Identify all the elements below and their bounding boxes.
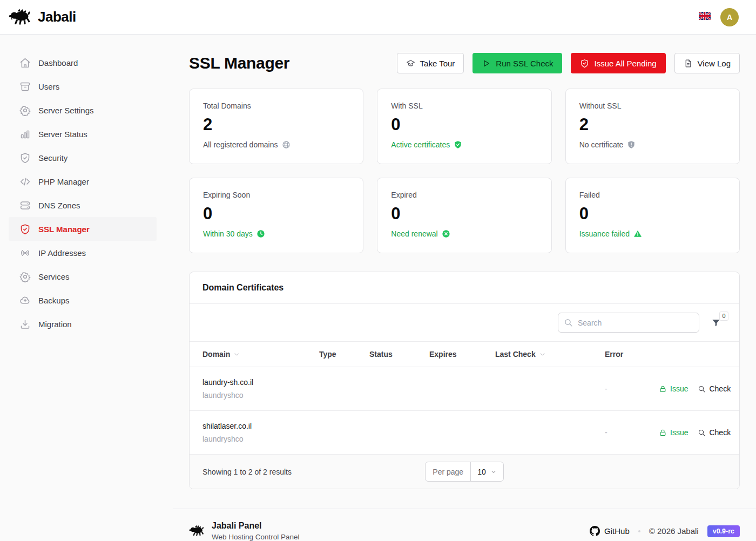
sidebar-item-server-status[interactable]: Server Status — [9, 122, 157, 146]
domain-owner: laundryshco — [202, 435, 319, 443]
gear-icon — [19, 271, 31, 282]
stat-card-total-domains: Total Domains 2 All registered domains — [189, 89, 363, 164]
page-title: SSL Manager — [189, 54, 289, 72]
stat-value: 2 — [579, 115, 726, 134]
stat-value: 0 — [203, 204, 349, 224]
sidebar-item-dashboard[interactable]: Dashboard — [9, 51, 157, 75]
user-avatar[interactable]: A — [720, 8, 739, 26]
stat-subtitle: All registered domains — [203, 140, 278, 149]
boar-logo-icon — [9, 8, 32, 27]
stat-label: Expiring Soon — [203, 191, 349, 199]
stat-label: Failed — [579, 191, 726, 199]
check-action[interactable]: Check — [698, 428, 731, 437]
sidebar-item-label: Migration — [38, 320, 72, 329]
stat-label: Without SSL — [579, 102, 726, 110]
sidebar-item-ssl-manager[interactable]: SSL Manager — [9, 217, 157, 241]
home-icon — [19, 57, 31, 69]
issue-all-pending-button[interactable]: Issue All Pending — [571, 53, 665, 73]
view-log-button[interactable]: View Log — [674, 53, 740, 73]
shield-check-icon — [580, 59, 589, 68]
globe-icon — [282, 140, 291, 149]
cell-error: - — [605, 428, 659, 437]
stat-label: Total Domains — [203, 102, 349, 110]
brand[interactable]: Jabali — [9, 8, 76, 27]
sidebar-item-label: PHP Manager — [38, 177, 89, 186]
take-tour-label: Take Tour — [420, 59, 455, 68]
sidebar: Dashboard Users Server Settings Server S… — [0, 35, 173, 541]
sidebar-item-security[interactable]: Security — [9, 146, 157, 170]
search-icon — [698, 385, 706, 393]
check-action[interactable]: Check — [698, 384, 731, 393]
page-footer: Jabali Panel Web Hosting Control Panel G… — [173, 509, 756, 541]
search-icon — [564, 318, 573, 327]
sidebar-item-dns-zones[interactable]: DNS Zones — [9, 193, 157, 217]
sidebar-item-php-manager[interactable]: PHP Manager — [9, 170, 157, 193]
cloud-upload-icon — [19, 295, 31, 306]
stat-label: With SSL — [391, 102, 537, 110]
view-log-label: View Log — [698, 59, 731, 68]
sidebar-item-services[interactable]: Services — [9, 265, 157, 288]
boar-logo-icon — [189, 524, 205, 538]
take-tour-button[interactable]: Take Tour — [397, 53, 464, 73]
search-input[interactable] — [558, 313, 699, 333]
lock-icon — [659, 429, 667, 437]
copyright: © 2026 Jabali — [649, 526, 699, 536]
sidebar-item-ip-addresses[interactable]: IP Addresses — [9, 241, 157, 265]
domain-name: laundry-sh.co.il — [202, 378, 319, 387]
sidebar-item-label: DNS Zones — [38, 201, 80, 210]
table-header-row: Domain Type Status Expires Last Check Er… — [190, 342, 739, 367]
language-flag-icon[interactable] — [699, 12, 711, 22]
issue-action[interactable]: Issue — [659, 428, 688, 437]
main-content: SSL Manager Take Tour Run SSL Check Issu… — [173, 35, 756, 541]
column-header-type: Type — [319, 350, 369, 359]
per-page-label: Per page — [426, 462, 470, 481]
domain-name: shilatlaser.co.il — [202, 422, 319, 430]
stat-subtitle: No certificate — [579, 140, 624, 149]
filter-count-badge: 0 — [719, 312, 728, 321]
stat-value: 2 — [203, 115, 349, 134]
table-footer: Showing 1 to 2 of 2 results Per page 10 — [190, 455, 739, 489]
dot-separator — [638, 530, 640, 532]
sidebar-item-label: SSL Manager — [38, 225, 90, 234]
search-icon — [698, 429, 706, 437]
stat-card-with-ssl: With SSL 0 Active certificates — [377, 89, 551, 164]
sidebar-item-label: Services — [38, 272, 70, 281]
shield-alert-icon — [627, 140, 636, 149]
table-toolbar: 0 — [190, 304, 739, 342]
shield-check-icon — [19, 152, 31, 164]
graduation-cap-icon — [406, 59, 415, 68]
issue-action[interactable]: Issue — [659, 384, 688, 393]
domain-owner: laundryshco — [202, 391, 319, 400]
search-box — [558, 313, 699, 333]
per-page-control: Per page 10 — [425, 462, 503, 482]
play-icon — [482, 59, 491, 68]
filter-button[interactable]: 0 — [710, 315, 726, 331]
sidebar-item-users[interactable]: Users — [9, 75, 157, 98]
stat-subtitle: Need renewal — [391, 229, 437, 238]
lock-icon — [659, 385, 667, 393]
run-ssl-check-button[interactable]: Run SSL Check — [473, 53, 562, 73]
sidebar-item-backups[interactable]: Backups — [9, 288, 157, 312]
sidebar-item-server-settings[interactable]: Server Settings — [9, 98, 157, 122]
shield-check-icon — [19, 224, 31, 235]
server-stack-icon — [19, 200, 31, 211]
document-icon — [684, 59, 693, 68]
sidebar-item-label: Backups — [38, 296, 70, 305]
footer-tagline: Web Hosting Control Panel — [212, 533, 300, 541]
column-header-expires: Expires — [429, 350, 495, 359]
stat-label: Expired — [391, 191, 537, 199]
version-badge: v0.9-rc — [707, 525, 740, 537]
column-header-error: Error — [605, 350, 659, 359]
table-row: laundry-sh.co.il laundryshco - Issue Che… — [190, 367, 739, 411]
github-link[interactable]: GitHub — [590, 526, 630, 536]
chevron-down-icon — [233, 351, 240, 358]
signal-icon — [19, 247, 31, 259]
stat-card-failed: Failed 0 Issuance failed — [565, 178, 740, 253]
per-page-select[interactable]: 10 — [470, 462, 503, 481]
column-header-status: Status — [369, 350, 429, 359]
stat-value: 0 — [391, 115, 537, 134]
column-header-domain[interactable]: Domain — [202, 350, 319, 359]
top-bar: Jabali A — [0, 0, 756, 35]
sidebar-item-migration[interactable]: Migration — [9, 312, 157, 336]
column-header-last-check[interactable]: Last Check — [495, 350, 605, 359]
